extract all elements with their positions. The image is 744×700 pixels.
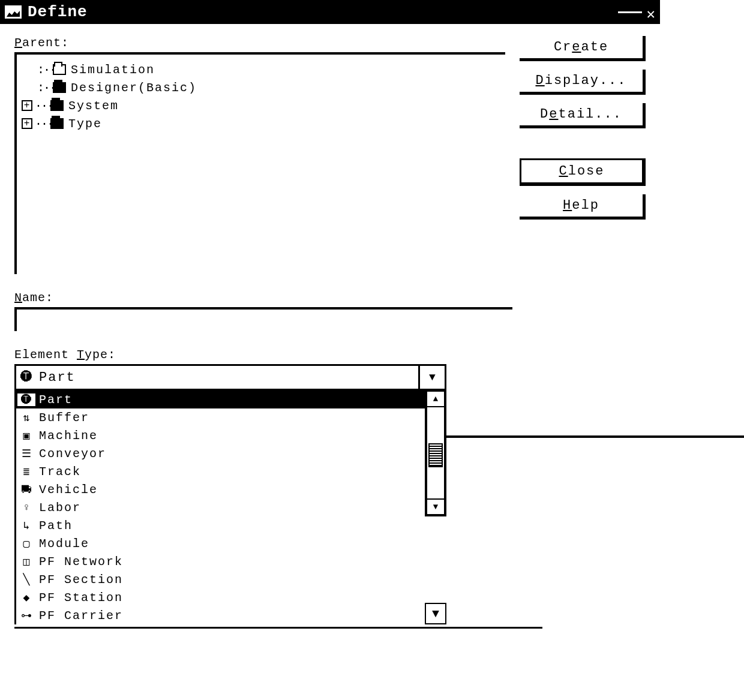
- title-bar: Define ✕: [0, 0, 660, 24]
- close-button[interactable]: Close: [520, 158, 646, 186]
- parent-label: Parent:: [14, 36, 505, 50]
- close-icon[interactable]: ✕: [647, 5, 655, 23]
- dropdown-item-label: Part: [35, 393, 425, 407]
- button-column: Create Display... Detail... Close Help: [520, 36, 646, 220]
- dropdown-item-label: Track: [35, 465, 425, 479]
- conveyor-icon: ☰: [17, 447, 35, 460]
- app-icon: [5, 5, 22, 19]
- client-area: Parent: :···Simulation:···Designer(Basic…: [0, 24, 660, 629]
- tree-item-label: System: [68, 99, 119, 113]
- vehicle-icon: ⛟: [17, 483, 35, 496]
- window-title: Define: [28, 3, 618, 21]
- dropdown-item-label: PF Section: [35, 573, 425, 587]
- scroll-down-icon[interactable]: ▼: [426, 498, 445, 515]
- dropdown-item-label: Vehicle: [35, 483, 425, 497]
- pfsta-icon: ◆: [17, 591, 35, 604]
- help-button[interactable]: Help: [520, 194, 646, 220]
- folder-closed-icon: [53, 82, 66, 93]
- path-icon: ↳: [17, 519, 35, 532]
- pfsec-icon: ╲: [17, 573, 35, 586]
- dropdown-item[interactable]: ↳Path: [16, 516, 425, 534]
- scroll-thumb[interactable]: [428, 443, 443, 467]
- dropdown-scrollbar[interactable]: ▲ ▼: [425, 390, 446, 516]
- folder-closed-icon: [50, 100, 64, 111]
- name-label: Name:: [14, 291, 646, 305]
- pfcar-icon: ⊶: [17, 609, 35, 622]
- element-type-dropdown[interactable]: 🅣Part⇅Buffer▣Machine☰Conveyor≣Track⛟Vehi…: [14, 390, 446, 624]
- tree-item[interactable]: :···Simulation: [22, 61, 500, 79]
- tree-item[interactable]: +···System: [22, 97, 500, 115]
- buffer-icon: ⇅: [17, 411, 35, 424]
- bottom-separator: [14, 627, 542, 629]
- tree-item-label: Designer(Basic): [71, 81, 197, 95]
- dropdown-item[interactable]: ◫PF Network: [16, 552, 425, 570]
- scroll-down-icon-2[interactable]: ▼: [425, 603, 446, 624]
- parent-tree[interactable]: :···Simulation:···Designer(Basic)+···Sys…: [14, 52, 505, 274]
- pfnet-icon: ◫: [17, 555, 35, 568]
- folder-closed-icon: [50, 118, 64, 129]
- dropdown-item[interactable]: ▢Module: [16, 534, 425, 552]
- machine-icon: ▣: [17, 429, 35, 442]
- part-icon: 🅣: [16, 370, 37, 384]
- tree-item-label: Type: [68, 117, 102, 131]
- dropdown-item[interactable]: ≣Track: [16, 462, 425, 480]
- name-input[interactable]: [14, 307, 512, 331]
- tree-expander-icon[interactable]: +: [22, 118, 32, 129]
- track-icon: ≣: [17, 465, 35, 478]
- dropdown-item[interactable]: 🅣Part: [16, 390, 425, 408]
- dropdown-item-label: Conveyor: [35, 447, 425, 461]
- dropdown-item[interactable]: ⊶PF Carrier: [16, 606, 425, 624]
- dropdown-item-label: PF Station: [35, 591, 425, 605]
- dropdown-item-label: PF Carrier: [35, 609, 425, 623]
- tree-item[interactable]: :···Designer(Basic): [22, 79, 500, 97]
- detail-button[interactable]: Detail...: [520, 103, 646, 128]
- dropdown-item[interactable]: ◆PF Station: [16, 588, 425, 606]
- dropdown-item[interactable]: ▣Machine: [16, 426, 425, 444]
- dropdown-item-label: Path: [35, 519, 425, 533]
- tree-item[interactable]: +···Type: [22, 115, 500, 133]
- dropdown-item[interactable]: ⇅Buffer: [16, 408, 425, 426]
- tree-item-label: Simulation: [71, 63, 155, 77]
- dropdown-item-label: Labor: [35, 501, 425, 515]
- dropdown-item[interactable]: ☰Conveyor: [16, 444, 425, 462]
- display-button[interactable]: Display...: [520, 70, 646, 95]
- chevron-down-icon[interactable]: ▼: [418, 366, 445, 389]
- scroll-up-icon[interactable]: ▲: [426, 390, 445, 407]
- dropdown-item-label: Module: [35, 537, 425, 551]
- module-icon: ▢: [17, 537, 35, 550]
- element-type-selected: Part: [37, 370, 418, 385]
- element-type-label: Element Type:: [14, 348, 646, 362]
- dropdown-item[interactable]: ⛟Vehicle: [16, 480, 425, 498]
- create-button[interactable]: Create: [520, 36, 646, 61]
- folder-open-icon: [53, 64, 66, 75]
- dropdown-item-label: Machine: [35, 429, 425, 443]
- dropdown-item-label: Buffer: [35, 411, 425, 425]
- scroll-track[interactable]: [426, 407, 445, 498]
- separator: [432, 435, 744, 438]
- dropdown-item[interactable]: ╲PF Section: [16, 570, 425, 588]
- dropdown-item[interactable]: ♀Labor: [16, 498, 425, 516]
- element-type-combo[interactable]: 🅣 Part ▼: [14, 364, 446, 390]
- define-window: Define ✕ Parent: :···Simulation:···Desig…: [0, 0, 660, 629]
- window-controls: [618, 11, 642, 13]
- part-icon: 🅣: [17, 393, 35, 406]
- dropdown-item-label: PF Network: [35, 555, 425, 569]
- labor-icon: ♀: [17, 501, 35, 513]
- minimize-icon[interactable]: [618, 11, 642, 13]
- tree-expander-icon[interactable]: +: [22, 100, 32, 111]
